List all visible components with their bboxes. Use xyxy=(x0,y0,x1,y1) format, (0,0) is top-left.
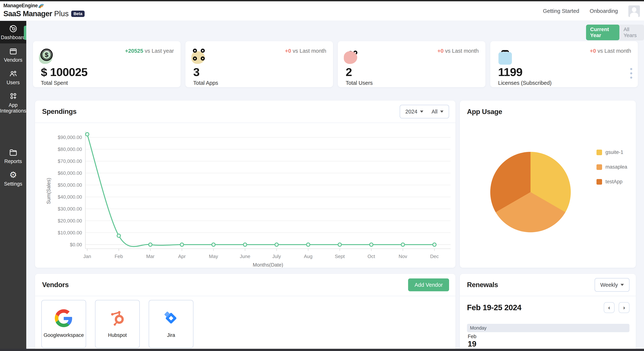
svg-text:Apr: Apr xyxy=(178,254,186,259)
app-usage-card: App Usage gsuite-1 masaplea testApp xyxy=(460,100,636,268)
spendings-title: Spendings xyxy=(42,108,76,116)
stat-label: Total Users xyxy=(346,80,373,86)
chevron-down-icon xyxy=(620,284,624,286)
sidebar-nav: Dashboard Vendors Users App Integrations xyxy=(0,21,26,351)
svg-text:Mar: Mar xyxy=(146,254,154,259)
toggle-current-year[interactable]: Current Year xyxy=(586,24,620,40)
stat-value: $ 100025 xyxy=(41,66,88,78)
stat-card-total-spent: $ +20525 vs Last year $ 100025 Total Spe… xyxy=(33,41,180,87)
renewals-card: Renewals Weekly Feb 19-25 2024 ‹ › Monda… xyxy=(460,274,636,351)
legend-item: masaplea xyxy=(596,164,627,170)
kebab-menu-icon[interactable] xyxy=(630,68,632,78)
sidebar-item-dashboard[interactable]: Dashboard xyxy=(0,21,26,44)
active-indicator xyxy=(24,26,26,40)
legend-item: testApp xyxy=(596,179,627,185)
compare-text: vs Last month xyxy=(291,48,326,54)
spendings-card: Spendings 2024 All $0.00$10,000.00$20,00… xyxy=(35,100,456,268)
hubspot-logo xyxy=(108,309,126,327)
svg-text:$60,000.00: $60,000.00 xyxy=(58,170,82,176)
beta-badge: Beta xyxy=(71,10,84,17)
sidebar-item-vendors[interactable]: Vendors xyxy=(0,44,26,66)
vendor-tile-hubspot[interactable]: Hubspot xyxy=(95,300,140,348)
svg-text:Aug: Aug xyxy=(304,254,312,259)
brand-plus: Plus xyxy=(54,10,69,18)
onboarding-link[interactable]: Onboarding xyxy=(590,8,618,14)
window-bottom-strip xyxy=(0,349,644,351)
pie-legend: gsuite-1 masaplea testApp xyxy=(596,150,627,185)
dollar-coin-icon: $ xyxy=(40,49,53,61)
stat-label: Licenses (Subscribed) xyxy=(498,80,552,86)
svg-text:Sept: Sept xyxy=(335,254,345,259)
compare-text: vs Last month xyxy=(444,48,479,54)
spendings-filters: 2024 All xyxy=(400,105,449,118)
four-apps-icon xyxy=(193,49,206,62)
chevron-down-icon xyxy=(420,111,423,113)
svg-text:June: June xyxy=(240,254,250,259)
app-usage-title: App Usage xyxy=(467,108,502,116)
dashboard-icon xyxy=(9,24,18,33)
week-range-label: Feb 19-25 2024 xyxy=(467,303,522,312)
window-top-strip xyxy=(0,0,644,1)
day-name-band: Monday xyxy=(467,324,630,332)
vendor-tile-googleworkspace[interactable]: Googleworkspace xyxy=(41,300,86,348)
avatar-silhouette-icon xyxy=(632,7,636,12)
next-week-button[interactable]: › xyxy=(619,302,630,313)
svg-text:$70,000.00: $70,000.00 xyxy=(58,158,82,164)
renewal-day-row: Monday Feb 19 xyxy=(467,324,630,350)
day-date: 19 xyxy=(468,340,630,348)
app-usage-pie-chart xyxy=(490,152,571,232)
storefront-icon xyxy=(9,47,18,56)
svg-text:Dec: Dec xyxy=(430,254,439,259)
svg-text:Sum(Sales): Sum(Sales) xyxy=(46,178,52,204)
brand-manageengine: ManageEngine xyxy=(3,3,38,8)
stat-card-total-users: +0 vs Last month 2 Total Users xyxy=(338,41,486,87)
change-value: +0 xyxy=(437,48,444,54)
app-integrations-icon xyxy=(9,92,18,101)
svg-text:$40,000.00: $40,000.00 xyxy=(58,194,82,200)
svg-text:Feb: Feb xyxy=(114,254,123,259)
svg-text:$10,000.00: $10,000.00 xyxy=(58,230,82,236)
svg-text:July: July xyxy=(272,254,281,259)
user-avatar[interactable] xyxy=(628,6,640,17)
svg-text:$90,000.00: $90,000.00 xyxy=(58,134,82,140)
change-value: +20525 xyxy=(125,48,143,54)
stat-label: Total Spent xyxy=(41,80,68,86)
sidebar-item-app-integrations[interactable]: App Integrations xyxy=(0,88,26,117)
vendors-card: Vendors Add Vendor Googleworkspace xyxy=(35,274,456,351)
stat-label: Total Apps xyxy=(193,80,218,86)
vendor-tile-jira[interactable]: Jira xyxy=(149,300,194,348)
svg-text:$80,000.00: $80,000.00 xyxy=(58,146,82,152)
stat-value: 3 xyxy=(193,66,200,78)
svg-text:$20,000.00: $20,000.00 xyxy=(58,218,82,224)
sidebar-item-users[interactable]: Users xyxy=(0,66,26,88)
svg-text:May: May xyxy=(209,254,218,259)
svg-text:Months(Date): Months(Date) xyxy=(253,262,283,267)
svg-text:$0.00: $0.00 xyxy=(70,242,82,248)
prev-week-button[interactable]: ‹ xyxy=(604,302,614,313)
users-icon xyxy=(9,69,18,78)
stat-value: 1199 xyxy=(498,66,522,78)
getting-started-link[interactable]: Getting Started xyxy=(543,8,579,14)
renewals-period-dropdown[interactable]: Weekly xyxy=(594,278,630,292)
stat-value: 2 xyxy=(346,66,352,78)
toggle-all-years[interactable]: All Years xyxy=(620,24,644,40)
stat-card-licenses: +0 vs Last month 1199 Licenses (Subscrib… xyxy=(490,41,638,87)
svg-text:Nov: Nov xyxy=(398,254,407,259)
stat-card-total-apps: +0 vs Last month 3 Total Apps xyxy=(186,41,333,87)
year-range-toggle: Current Year All Years xyxy=(586,24,644,40)
change-value: +0 xyxy=(590,48,596,54)
swoosh-icon xyxy=(38,3,44,9)
renewals-title: Renewals xyxy=(467,281,498,289)
year-filter-dropdown[interactable]: 2024 xyxy=(405,108,423,115)
folder-icon xyxy=(9,148,18,157)
add-vendor-button[interactable]: Add Vendor xyxy=(408,278,449,292)
sidebar-spacer xyxy=(0,117,26,145)
brand-logo: ManageEngine SaaS Manager Plus Beta xyxy=(3,3,84,18)
sidebar-item-settings[interactable]: ⚙ Settings xyxy=(0,167,26,190)
spendings-line-chart: $0.00$10,000.00$20,000.00$30,000.00$40,0… xyxy=(39,120,450,267)
app-filter-dropdown[interactable]: All xyxy=(432,108,444,115)
change-value: +0 xyxy=(285,48,291,54)
jira-logo xyxy=(162,309,180,327)
compare-text: vs Last year xyxy=(143,48,174,54)
sidebar-item-reports[interactable]: Reports xyxy=(0,145,26,167)
